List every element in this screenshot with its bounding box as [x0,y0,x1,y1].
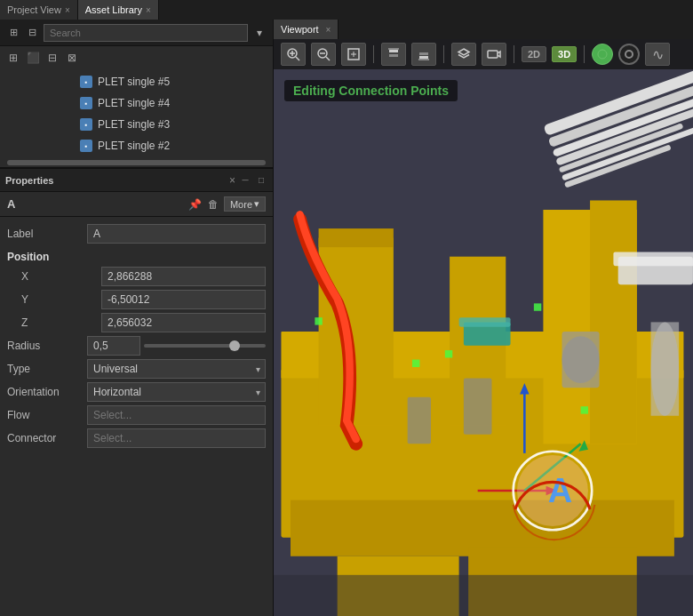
svg-rect-24 [319,228,394,247]
svg-rect-32 [562,332,599,388]
btn-2d[interactable]: 2D [522,46,546,62]
asset-tool-3[interactable]: ⊟ [44,50,60,66]
dot-outline-button[interactable] [618,44,640,65]
asset-tool-1[interactable]: ⊞ [5,50,21,66]
btn-3d[interactable]: 3D [552,46,577,62]
position-section-header: Position [0,245,273,265]
svg-rect-45 [613,252,693,266]
svg-point-18 [598,50,607,59]
svg-text:A: A [548,472,572,509]
label-input[interactable] [87,224,266,244]
radius-slider-thumb[interactable] [229,340,240,351]
tab-project-view-label: Project View [7,4,61,15]
radius-field-name: Radius [7,340,87,352]
layers-button[interactable] [451,43,476,66]
svg-rect-11 [389,54,398,57]
trash-icon[interactable]: 🗑 [206,197,220,212]
viewport-area: Viewport × [274,20,693,616]
toolbar-separator-1 [373,45,374,63]
list-item[interactable]: ▪ PLET single #4 [0,92,273,114]
x-field-value [101,267,266,286]
align-down-button[interactable] [411,43,436,66]
svg-rect-10 [389,50,398,52]
tab-project-view-close[interactable]: × [65,5,70,15]
type-field-name: Type [7,363,87,375]
orientation-select[interactable]: Horizontal Vertical [87,382,266,402]
properties-title: Properties [5,175,226,186]
list-item[interactable]: ▪ PLET single #2 [0,135,273,156]
svg-rect-27 [590,200,637,444]
asset-tool-2[interactable]: ⬛ [25,50,41,66]
properties-close-icon[interactable]: × [229,174,235,187]
toolbar-separator-3 [514,45,514,63]
svg-point-19 [625,51,633,58]
radius-input[interactable] [87,336,140,356]
more-button[interactable]: More ▾ [224,196,266,212]
type-field-value: Universal Fixed Flexible ▾ [87,359,266,379]
z-field-name: Z [21,316,101,329]
radius-row: Radius [0,334,273,357]
y-field-name: Y [21,293,101,306]
camera-button[interactable] [482,43,506,66]
tab-asset-library[interactable]: Asset Library × [78,0,159,20]
svg-marker-16 [458,49,469,55]
new-item-icon[interactable]: ⊞ [5,25,21,41]
tab-viewport-close[interactable]: × [326,25,331,35]
label-field-name: Label [7,228,87,240]
new-folder-icon[interactable]: ⊟ [24,25,40,41]
wave-button[interactable]: ∿ [645,43,670,66]
zoom-out-button[interactable] [311,43,336,66]
svg-line-1 [296,57,299,60]
props-action-icons: 📌 🗑 [188,197,220,212]
more-dropdown-icon: ▾ [254,198,259,210]
search-input[interactable] [44,24,248,42]
pin-icon[interactable]: 📌 [188,197,203,212]
dot-filled-button[interactable] [592,44,613,65]
flow-field-name: Flow [7,409,87,421]
list-item[interactable]: ▪ PLET single #3 [0,114,273,135]
tab-bar: Project View × Asset Library × [0,0,693,20]
type-select[interactable]: Universal Fixed Flexible [87,359,266,379]
zoom-in-button[interactable] [281,43,306,66]
orientation-field-name: Orientation [7,386,87,398]
z-row: Z [0,311,273,334]
svg-rect-43 [459,317,511,327]
scroll-thumb [7,160,266,165]
properties-subheader: A 📌 🗑 More ▾ [0,192,273,217]
viewport-tab-bar: Viewport × [274,20,693,39]
asset-sub-toolbar: ⊞ ⬛ ⊟ ⊠ [0,46,273,69]
props-minimize-btn[interactable]: ─ [239,174,251,187]
align-up-button[interactable] [381,43,406,66]
svg-rect-33 [464,379,492,435]
fit-view-button[interactable] [341,43,366,66]
flow-select-placeholder[interactable]: Select... [87,405,266,425]
radius-slider-track[interactable] [144,344,266,348]
asset-list: ▪ PLET single #5 ▪ PLET single #4 ▪ PLET… [0,69,273,158]
z-input[interactable] [101,313,266,332]
filter-icon[interactable]: ▾ [251,25,267,41]
props-maximize-btn[interactable]: □ [255,174,267,187]
asset-item-icon: ▪ [80,140,92,152]
svg-rect-34 [408,397,431,444]
flow-row: Flow Select... [0,404,273,427]
x-field-name: X [21,270,101,283]
svg-rect-60 [581,406,588,413]
asset-tool-4[interactable]: ⊠ [64,50,80,66]
tab-asset-library-close[interactable]: × [146,5,151,15]
asset-item-label: PLET single #5 [98,76,170,88]
properties-panel: Properties × ─ □ A 📌 🗑 More ▾ [0,169,273,616]
svg-rect-47 [651,322,680,415]
y-input[interactable] [101,290,266,309]
tab-asset-library-label: Asset Library [85,4,142,15]
connector-select-placeholder[interactable]: Select... [87,428,266,448]
tab-viewport-label: Viewport [281,24,319,35]
svg-rect-57 [315,317,322,324]
list-item[interactable]: ▪ PLET single #5 [0,71,273,92]
search-bar: ⊞ ⊟ ▾ [0,20,273,46]
x-input[interactable] [101,267,266,286]
radius-field-value [87,336,266,356]
label-field-value [87,224,266,244]
tab-viewport[interactable]: Viewport × [274,20,339,39]
tab-project-view[interactable]: Project View × [0,0,78,20]
svg-line-5 [326,57,330,60]
